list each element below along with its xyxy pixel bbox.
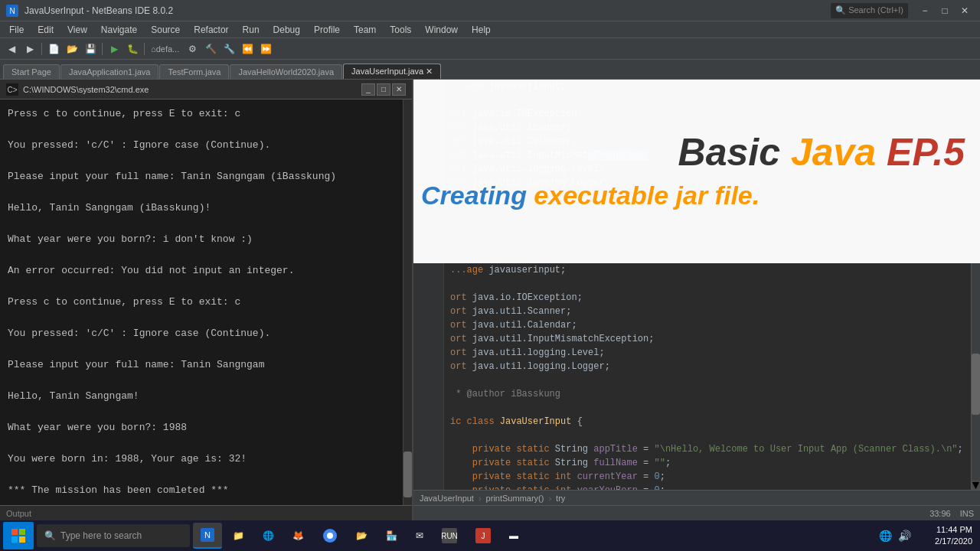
toolbar-new[interactable]: 📄: [45, 41, 62, 57]
cmd-maximize[interactable]: □: [377, 83, 390, 96]
editor-scrollbar-thumb[interactable]: [972, 354, 980, 415]
banner-rest: executable jar file.: [527, 181, 760, 210]
toolbar-separator-3: [144, 43, 145, 55]
maximize-button[interactable]: □: [936, 3, 954, 18]
taskbar-runapp[interactable]: RUN: [434, 523, 465, 549]
cmd-line-1: Press c to continue, press E to exit: c: [8, 106, 404, 122]
cmd-footer-text: Output: [6, 509, 31, 518]
menu-help[interactable]: Help: [466, 23, 497, 37]
breadcrumb-item-1[interactable]: JavaUserInput: [420, 494, 474, 503]
code-line-import4: ort java.util.InputMismatchException;: [413, 332, 971, 346]
code-line-field4: private static int yearYouBorn = 0;: [413, 484, 971, 490]
cmd-line-18: [8, 373, 404, 389]
mail-icon: ✉: [416, 530, 423, 541]
code-line-import1: ort java.io.IOException;: [413, 291, 971, 305]
toolbar-btn-extra4[interactable]: ⏪: [239, 41, 256, 57]
close-button[interactable]: ✕: [956, 3, 974, 18]
main-area: C> C:\WINDOWS\system32\cmd.exe _ □ ✕ Pre…: [0, 80, 980, 520]
editor-scrollbar[interactable]: ▼: [971, 263, 980, 490]
tab-start-page[interactable]: Start Page: [3, 64, 60, 79]
taskbar-javauserinput[interactable]: J: [468, 523, 498, 549]
toolbar-back[interactable]: ◀: [3, 41, 20, 57]
menu-edit[interactable]: Edit: [31, 23, 60, 37]
toolbar-btn-extra3[interactable]: 🔧: [220, 41, 237, 57]
menu-window[interactable]: Window: [419, 23, 464, 37]
cmd-line-9: What year were you born?: i don't know :…: [8, 232, 404, 247]
taskbar-chrome[interactable]: [315, 523, 345, 549]
cmd-line-11: An error occurred: You did not input an …: [8, 263, 404, 279]
menu-tools[interactable]: Tools: [384, 23, 417, 37]
cmd-line-10: [8, 248, 404, 263]
taskbar-search-box[interactable]: 🔍 Type here to search: [37, 524, 190, 547]
taskbar-edge[interactable]: 🌐: [255, 523, 282, 549]
toolbar-btn-extra[interactable]: ⚙: [184, 41, 201, 57]
breadcrumb-sep-2: ›: [548, 494, 551, 503]
cmd-line-4: [8, 154, 404, 169]
toolbar-run[interactable]: ▶: [106, 41, 122, 57]
taskbar-netbeans[interactable]: N: [193, 523, 222, 549]
banner-subtitle: Creating executable jar file.: [421, 180, 972, 211]
cmd-minimize[interactable]: _: [361, 83, 375, 96]
code-editor-area[interactable]: ...age javauserinput; ort java.io.IOExce…: [413, 263, 980, 490]
network-icon[interactable]: 🌐: [879, 530, 892, 542]
scrollbar-down[interactable]: ▼: [972, 481, 980, 490]
firefox-icon: 🦊: [292, 530, 304, 541]
taskbar-file-explorer[interactable]: 📁: [225, 523, 252, 549]
toolbar-save[interactable]: 💾: [82, 41, 99, 57]
cmd-line-7: Hello, Tanin Sangngam (iBasskung)!: [8, 201, 404, 216]
menu-navigate[interactable]: Navigate: [95, 23, 143, 37]
cmd-content[interactable]: Press c to continue, press E to exit: c …: [0, 99, 412, 505]
tab-test-form[interactable]: TestForm.java: [159, 64, 229, 79]
breadcrumb-item-3[interactable]: try: [556, 494, 565, 503]
tab-hello-world[interactable]: JavaHelloWorld2020.java: [230, 64, 342, 79]
toolbar-btn-extra5[interactable]: ⏩: [257, 41, 274, 57]
menu-debug[interactable]: Debug: [267, 23, 306, 37]
menu-run[interactable]: Run: [237, 23, 266, 37]
toolbar-debug[interactable]: 🐛: [124, 41, 141, 57]
breadcrumb-sep-1: ›: [479, 494, 482, 503]
taskbar-firefox[interactable]: 🦊: [285, 523, 312, 549]
menu-profile[interactable]: Profile: [308, 23, 346, 37]
code-line-field3: private static int currentYear = 0;: [413, 470, 971, 484]
minimize-button[interactable]: −: [916, 3, 934, 18]
cmd-close[interactable]: ✕: [392, 83, 406, 96]
cmd-line-17: Please input your full name: Tanin Sangn…: [8, 357, 404, 373]
cmd-title: C:\WINDOWS\system32\cmd.exe: [23, 85, 357, 94]
menu-refactor[interactable]: Refactor: [188, 23, 234, 37]
code-line-class: ic class JavaUserInput {: [413, 415, 971, 429]
menu-view[interactable]: View: [61, 23, 93, 37]
menu-bar: File Edit View Navigate Source Refactor …: [0, 21, 980, 38]
taskbar-store[interactable]: 🏪: [378, 523, 405, 549]
status-position: 33:96: [929, 509, 951, 518]
cmd-line-8: [8, 217, 404, 232]
start-button[interactable]: [3, 522, 34, 549]
tab-user-input[interactable]: JavaUserInput.java ✕: [343, 64, 441, 79]
cmd-line-15: You pressed: 'c/C' : Ignore case (Contin…: [8, 326, 404, 341]
menu-team[interactable]: Team: [348, 23, 382, 37]
code-content[interactable]: ...age javauserinput; ort java.io.IOExce…: [413, 263, 971, 490]
taskbar-terminal[interactable]: ▬: [501, 523, 526, 549]
volume-icon[interactable]: 🔊: [898, 530, 911, 542]
tab-java-app[interactable]: JavaApplication1.java: [60, 64, 158, 79]
taskbar-clock[interactable]: 11:44 PM 2/17/2020: [935, 524, 972, 548]
cmd-scrollbar[interactable]: [403, 99, 412, 505]
cmd-line-21: What year were you born?: 1988: [8, 420, 404, 435]
search-icon: 🔍: [44, 530, 56, 541]
breadcrumb-item-2[interactable]: printSummary(): [486, 494, 544, 503]
toolbar-forward[interactable]: ▶: [21, 41, 38, 57]
taskbar-mail[interactable]: ✉: [408, 523, 431, 549]
toolbar-btn-extra2[interactable]: 🔨: [202, 41, 219, 57]
toolbar-separator: [41, 43, 42, 55]
menu-file[interactable]: File: [3, 23, 30, 37]
menu-source[interactable]: Source: [145, 23, 186, 37]
files-icon: 📂: [356, 530, 368, 541]
taskbar: 🔍 Type here to search N 📁 🌐 🦊 📂 🏪 ✉ RUN: [0, 520, 980, 551]
title-bar: N JavaUserInput - NetBeans IDE 8.0.2 🔍 S…: [0, 0, 980, 21]
terminal-icon: ▬: [509, 530, 518, 541]
toolbar-open[interactable]: 📂: [64, 41, 80, 57]
cmd-scrollbar-thumb[interactable]: [403, 452, 412, 497]
status-mode: INS: [960, 509, 974, 518]
toolbar: ◀ ▶ 📄 📂 💾 ▶ 🐛 ⌂defa... ⚙ 🔨 🔧 ⏪ ⏩: [0, 38, 980, 60]
taskbar-files[interactable]: 📂: [348, 523, 375, 549]
code-line-pkg: ...age javauserinput;: [413, 263, 971, 277]
